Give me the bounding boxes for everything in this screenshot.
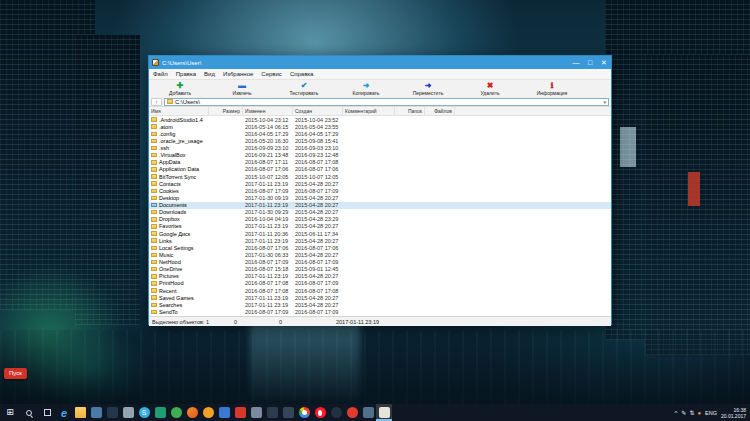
folder-icon xyxy=(151,132,157,137)
taskbar-app-sevenzip[interactable] xyxy=(376,404,392,421)
column-header-created[interactable]: Создан xyxy=(293,107,343,115)
taskbar-app-app-amber[interactable] xyxy=(200,404,216,421)
toolbar-add-button[interactable]: ✚Добавить xyxy=(149,81,211,96)
file-row[interactable]: Cookies2016-08-07 17:092016-08-07 17:09 xyxy=(149,187,611,194)
toolbar-extract-button[interactable]: ▬Извлечь xyxy=(211,81,273,96)
file-name: AppData xyxy=(159,159,180,165)
taskbar-app-skype[interactable]: S xyxy=(136,404,152,421)
edge-icon: e xyxy=(59,407,70,418)
file-row[interactable]: Saved Games2017-01-11 23:192015-04-28 20… xyxy=(149,294,611,301)
taskbar-app-app-dark1[interactable] xyxy=(264,404,280,421)
folder-icon xyxy=(151,210,157,215)
taskbar-app-edge[interactable]: e xyxy=(56,404,72,421)
file-row[interactable]: Music2017-01-30 06:332015-04-28 20:27 xyxy=(149,251,611,258)
taskbar-app-chrome[interactable] xyxy=(296,404,312,421)
taskbar-app-app-red-tile[interactable] xyxy=(232,404,248,421)
toolbar-test-button[interactable]: ✔Тестировать xyxy=(273,81,335,96)
taskbar-app-app-green[interactable] xyxy=(168,404,184,421)
column-header-filler xyxy=(455,107,611,115)
file-row[interactable]: Links2017-01-11 23:192015-04-28 20:27 xyxy=(149,237,611,244)
task-view-button[interactable] xyxy=(38,404,56,421)
file-row[interactable]: Application Data2016-08-07 17:062016-08-… xyxy=(149,166,611,173)
opera-icon xyxy=(315,407,326,418)
toolbar-info-button[interactable]: ℹИнформация xyxy=(521,81,583,96)
file-row[interactable]: PrintHood2016-08-07 17:082016-08-07 17:0… xyxy=(149,280,611,287)
minimize-button[interactable]: — xyxy=(569,56,583,69)
chevron-down-icon[interactable]: ▾ xyxy=(603,99,606,105)
file-name-cell: Music xyxy=(149,252,209,258)
file-name-cell: .VirtualBox xyxy=(149,152,209,158)
menu-item-tools[interactable]: Сервис xyxy=(257,71,286,77)
file-row[interactable]: BitTorrent Sync2015-10-07 12:052015-10-0… xyxy=(149,173,611,180)
hidden-icons-chevron[interactable]: ^ xyxy=(675,410,678,416)
menu-item-help[interactable]: Справка xyxy=(286,71,318,77)
toolbar-move-button[interactable]: ➜Переместить xyxy=(397,81,459,96)
file-row[interactable]: AppData2016-08-07 17:112016-08-07 17:08 xyxy=(149,159,611,166)
taskbar-app-app-blue[interactable] xyxy=(88,404,104,421)
file-row[interactable]: .ssh2016-09-09 23:102016-09-03 23:10 xyxy=(149,145,611,152)
toolbar-copy-button[interactable]: ➜Копировать xyxy=(335,81,397,96)
file-row[interactable]: Desktop2017-01-30 09:192015-04-28 20:27 xyxy=(149,194,611,201)
notifier-icon[interactable]: ● xyxy=(697,409,701,417)
taskbar-app-app-doc[interactable] xyxy=(216,404,232,421)
column-header-name[interactable]: Имя xyxy=(149,107,209,115)
search-button[interactable] xyxy=(20,404,38,421)
file-row[interactable]: .config2016-04-05 17:292016-04-05 17:29 xyxy=(149,130,611,137)
file-row[interactable]: .oracle_jre_usage2016-05-20 16:302015-09… xyxy=(149,137,611,144)
column-header-size[interactable]: Размер xyxy=(209,107,243,115)
file-row[interactable]: Google Диск2017-01-11 20:362015-06-11 17… xyxy=(149,230,611,237)
file-row[interactable]: .atom2016-05-14 06:152016-05-04 23:55 xyxy=(149,123,611,130)
taskbar-app-app-steel[interactable] xyxy=(248,404,264,421)
up-level-button[interactable]: ↑ xyxy=(151,98,162,106)
column-header-modified[interactable]: Изменен xyxy=(243,107,293,115)
file-name-cell: .oracle_jre_usage xyxy=(149,138,209,144)
taskbar-app-explorer[interactable] xyxy=(72,404,88,421)
taskbar-app-opera[interactable] xyxy=(312,404,328,421)
column-header-files[interactable]: Файлов xyxy=(425,107,455,115)
taskbar-app-app-dark2[interactable] xyxy=(280,404,296,421)
taskbar-app-app-red-circle[interactable] xyxy=(344,404,360,421)
column-header-folders[interactable]: Папок xyxy=(395,107,425,115)
taskbar-app-firefox[interactable] xyxy=(184,404,200,421)
file-row[interactable]: Dropbox2016-10-04 04:192015-04-28 23:29 xyxy=(149,216,611,223)
column-header-comment[interactable]: Комментарий xyxy=(343,107,395,115)
taskbar-app-app-dark-circle[interactable] xyxy=(328,404,344,421)
app-red-circle-icon xyxy=(347,407,358,418)
menu-item-view[interactable]: Вид xyxy=(200,71,219,77)
folder-icon xyxy=(151,246,157,251)
file-row[interactable]: Local Settings2016-08-07 17:062016-08-07… xyxy=(149,244,611,251)
file-row[interactable]: Pictures2017-01-11 23:192015-04-28 20:27 xyxy=(149,273,611,280)
file-row[interactable]: Recent2016-08-07 17:082016-08-07 17:08 xyxy=(149,287,611,294)
file-row[interactable]: Documents2017-01-11 23:192015-04-28 20:2… xyxy=(149,202,611,209)
taskbar-app-app-teal[interactable] xyxy=(152,404,168,421)
address-input[interactable]: C:\Users\ ▾ xyxy=(164,98,609,106)
toolbar-delete-button[interactable]: ✖Удалить xyxy=(459,81,521,96)
file-row[interactable]: NetHood2016-08-07 17:092016-08-07 17:09 xyxy=(149,259,611,266)
file-row[interactable]: Favorites2017-01-11 23:192015-04-28 20:2… xyxy=(149,223,611,230)
taskbar-app-app-grey[interactable] xyxy=(120,404,136,421)
file-row[interactable]: Downloads2017-01-30 09:292015-04-28 20:2… xyxy=(149,209,611,216)
file-row[interactable]: .VirtualBox2016-09-21 13:482016-09-23 12… xyxy=(149,152,611,159)
menu-item-edit[interactable]: Правка xyxy=(172,71,200,77)
menu-item-file[interactable]: Файл xyxy=(149,71,172,77)
file-name: .atom xyxy=(159,124,173,130)
file-row[interactable]: OneDrive2016-08-07 15:182015-09-01 12:45 xyxy=(149,266,611,273)
taskbar-clock[interactable]: 16:38 20.01.2017 xyxy=(721,407,746,419)
network-icon[interactable]: ⇅ xyxy=(689,409,694,417)
pen-icon[interactable]: ✎ xyxy=(681,409,686,417)
start-button[interactable]: ⊞ xyxy=(0,404,20,421)
file-row[interactable]: SendTo2016-08-07 17:092016-08-07 17:09 xyxy=(149,308,611,315)
window-titlebar[interactable]: C:\Users\User\ — □ ✕ xyxy=(149,56,611,69)
record-start-badge[interactable]: Пуск xyxy=(4,368,27,379)
maximize-button[interactable]: □ xyxy=(583,56,597,69)
status-bar: Выделено объектов: 1 0 0 2017-01-11 23:1… xyxy=(149,316,611,326)
file-row[interactable]: Contacts2017-01-11 23:192015-04-28 20:27 xyxy=(149,180,611,187)
file-name-cell: AppData xyxy=(149,159,209,165)
file-row[interactable]: Searches2017-01-11 23:192015-04-28 20:27 xyxy=(149,301,611,308)
taskbar-app-app-photos[interactable] xyxy=(104,404,120,421)
file-row[interactable]: .AndroidStudio1.42015-10-04 23:122015-10… xyxy=(149,116,611,123)
close-button[interactable]: ✕ xyxy=(597,56,611,69)
menu-item-favorites[interactable]: Избранное xyxy=(219,71,257,77)
taskbar-app-app-slate[interactable] xyxy=(360,404,376,421)
language-indicator[interactable]: ENG xyxy=(705,410,717,416)
